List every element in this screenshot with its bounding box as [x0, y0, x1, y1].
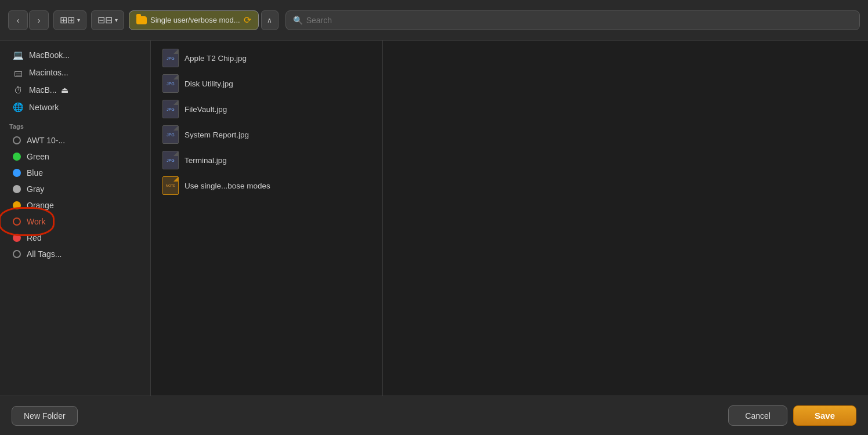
sidebar-item-macintosh[interactable]: 🖴 Macintos...: [3, 64, 147, 81]
sidebar-item-macb-eject-label: MacB... ⏏: [29, 85, 68, 95]
file-corner: [173, 100, 178, 105]
list-item[interactable]: JPG Disk Utility.jpg: [151, 71, 382, 96]
all-tags-dot: [13, 250, 21, 258]
sidebar-item-macintosh-label: Macintos...: [29, 68, 68, 77]
sidebar-item-work-label: Work: [27, 217, 45, 226]
grid-icon: ⊟⊟: [97, 14, 113, 26]
list-item[interactable]: NOTE Use single...bose modes: [151, 173, 382, 198]
sidebar-item-network[interactable]: 🌐 Network: [3, 99, 147, 116]
toolbar: ‹ › ⊞⊞ ▾ ⊟⊟ ▾ Single user/verbose mod...…: [0, 0, 868, 41]
file-thumbnail: JPG: [162, 100, 179, 118]
sidebar-item-macb-eject[interactable]: ⏱ MacB... ⏏: [3, 81, 147, 99]
list-item[interactable]: JPG FileVault.jpg: [151, 96, 382, 122]
folder-icon: [136, 16, 147, 24]
breadcrumb[interactable]: Single user/verbose mod... ⟳: [129, 10, 259, 30]
back-button[interactable]: ‹: [8, 10, 28, 30]
columns-chevron-icon: ▾: [77, 17, 80, 23]
save-button[interactable]: Save: [793, 405, 856, 426]
green-tag-dot: [13, 153, 21, 161]
new-folder-button[interactable]: New Folder: [12, 406, 78, 426]
search-input[interactable]: [306, 16, 852, 25]
sidebar-item-orange-label: Orange: [27, 201, 54, 210]
list-item[interactable]: JPG System Report.jpg: [151, 122, 382, 147]
view-grid-button[interactable]: ⊟⊟ ▾: [91, 10, 124, 30]
file-corner: [173, 177, 178, 182]
nav-buttons: ‹ ›: [8, 10, 49, 30]
laptop-icon: 💻: [13, 50, 23, 60]
file-corner: [173, 126, 178, 130]
file-corner: [173, 151, 178, 156]
file-name: FileVault.jpg: [185, 105, 227, 114]
breadcrumb-up-button[interactable]: ∧: [261, 10, 279, 30]
search-box[interactable]: 🔍: [285, 10, 860, 30]
sidebar-item-all-tags[interactable]: All Tags...: [3, 246, 147, 262]
sidebar-item-blue-label: Blue: [27, 168, 43, 177]
sidebar-item-orange[interactable]: Orange: [3, 197, 147, 213]
breadcrumb-area: Single user/verbose mod... ⟳ ∧: [129, 10, 279, 30]
breadcrumb-label: Single user/verbose mod...: [150, 16, 240, 24]
breadcrumb-spinner-icon: ⟳: [244, 14, 251, 26]
sidebar-item-macbook[interactable]: 💻 MacBook...: [3, 46, 147, 64]
sidebar-item-gray-label: Gray: [27, 184, 44, 194]
file-name: Apple T2 Chip.jpg: [185, 54, 247, 63]
file-thumbnail: JPG: [162, 151, 179, 169]
sidebar-item-macbook-label: MacBook...: [29, 50, 70, 60]
preview-pane: [383, 41, 868, 396]
sidebar-item-gray[interactable]: Gray: [3, 181, 147, 197]
search-icon: 🔍: [293, 16, 303, 25]
sidebar-item-awt[interactable]: AWT 10-...: [3, 132, 147, 148]
sidebar-item-green[interactable]: Green: [3, 148, 147, 165]
file-name: Disk Utility.jpg: [185, 79, 233, 88]
sidebar-item-red-label: Red: [27, 233, 42, 242]
file-thumbnail: NOTE: [162, 176, 179, 195]
tags-header: Tags: [0, 116, 150, 132]
sidebar-item-red[interactable]: Red: [3, 230, 147, 246]
file-corner: [173, 49, 178, 54]
sidebar-item-green-label: Green: [27, 152, 49, 161]
blue-tag-dot: [13, 169, 21, 177]
file-pane-container: JPG Apple T2 Chip.jpg JPG Disk Utility.j…: [151, 41, 868, 396]
file-list-pane: JPG Apple T2 Chip.jpg JPG Disk Utility.j…: [151, 41, 383, 396]
sidebar-item-awt-label: AWT 10-...: [27, 136, 65, 145]
chevron-up-icon: ∧: [267, 16, 272, 24]
orange-tag-dot: [13, 201, 21, 209]
sidebar-item-all-tags-label: All Tags...: [27, 249, 62, 259]
red-tag-dot: [13, 234, 21, 242]
bottom-bar: New Folder Cancel Save: [0, 396, 868, 435]
list-item[interactable]: JPG Terminal.jpg: [151, 147, 382, 173]
work-tag-dot: [13, 217, 21, 226]
awt-tag-dot: [13, 136, 21, 144]
file-thumbnail: JPG: [162, 74, 179, 93]
sidebar-item-work[interactable]: Work: [3, 213, 147, 230]
cancel-button[interactable]: Cancel: [728, 405, 787, 426]
eject-disk-icon: ⏱: [13, 85, 23, 95]
file-name: Terminal.jpg: [185, 156, 227, 165]
view-columns-button[interactable]: ⊞⊞ ▾: [53, 10, 86, 30]
grid-chevron-icon: ▾: [115, 17, 118, 23]
harddisk-icon: 🖴: [13, 67, 23, 78]
bottom-right-buttons: Cancel Save: [728, 405, 856, 426]
file-thumbnail: JPG: [162, 125, 179, 144]
forward-button[interactable]: ›: [29, 10, 49, 30]
sidebar-item-network-label: Network: [29, 103, 59, 112]
file-corner: [173, 75, 178, 79]
network-icon: 🌐: [13, 102, 23, 113]
file-thumbnail: JPG: [162, 49, 179, 67]
file-name: System Report.jpg: [185, 130, 249, 139]
columns-icon: ⊞⊞: [60, 14, 75, 26]
file-name: Use single...bose modes: [185, 182, 270, 190]
main-area: 💻 MacBook... 🖴 Macintos... ⏱ MacB... ⏏ 🌐…: [0, 41, 868, 396]
gray-tag-dot: [13, 185, 21, 193]
list-item[interactable]: JPG Apple T2 Chip.jpg: [151, 45, 382, 71]
sidebar: 💻 MacBook... 🖴 Macintos... ⏱ MacB... ⏏ 🌐…: [0, 41, 151, 396]
sidebar-item-blue[interactable]: Blue: [3, 165, 147, 181]
